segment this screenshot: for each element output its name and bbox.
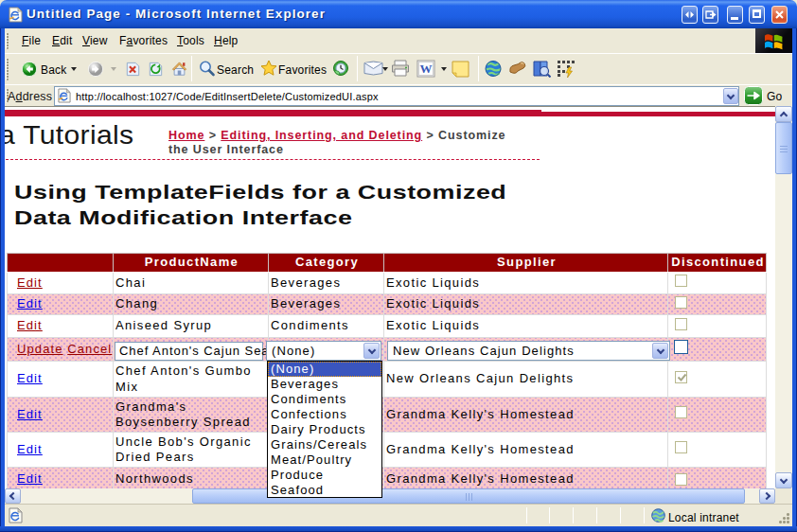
svg-text:W: W [420,62,433,76]
